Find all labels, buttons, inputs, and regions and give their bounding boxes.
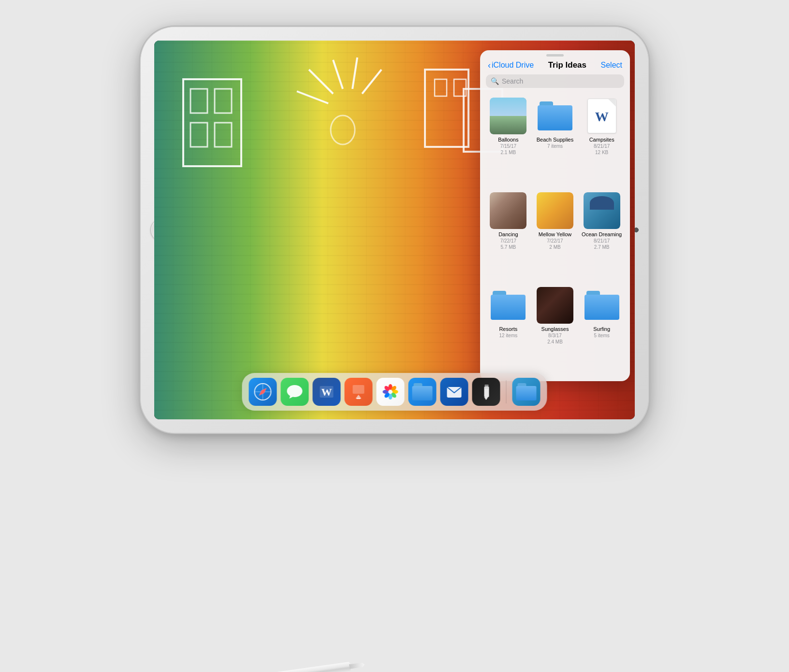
file-thumbnail [537, 287, 573, 324]
file-name: Surfing [593, 326, 610, 332]
select-button[interactable]: Select [601, 61, 622, 70]
sunglasses-photo [537, 287, 573, 324]
dock-messages[interactable] [281, 378, 309, 406]
svg-point-14 [331, 115, 355, 144]
svg-line-9 [309, 70, 333, 94]
dock-files[interactable] [409, 378, 437, 406]
search-placeholder: Search [502, 77, 523, 85]
file-name: Balloons [498, 137, 518, 143]
svg-rect-5 [425, 70, 468, 147]
folder-icon [584, 291, 619, 320]
mellow-photo [537, 192, 573, 229]
mail-icon [446, 383, 463, 400]
svg-rect-4 [215, 123, 232, 147]
file-meta: 7/22/17 2 MB [547, 238, 563, 250]
file-thumbnail [490, 287, 526, 324]
back-chevron-icon: ‹ [488, 60, 491, 71]
list-item[interactable]: Balloons 7/15/17 2.1 MB [486, 95, 531, 187]
file-meta: 7 items [547, 143, 563, 149]
file-name: Campsites [589, 137, 614, 143]
file-thumbnail [490, 98, 526, 134]
svg-rect-34 [485, 385, 489, 386]
list-item[interactable]: Surfing 5 items [579, 284, 624, 377]
app-dock: W [242, 373, 547, 411]
back-button[interactable]: ‹ iCloud Drive [488, 60, 534, 71]
dock-word[interactable]: W [313, 378, 341, 406]
svg-rect-7 [435, 79, 447, 96]
dock-keynote[interactable] [345, 378, 373, 406]
dock-pencil-app[interactable] [472, 378, 500, 406]
pencil-app-icon [478, 384, 495, 400]
file-meta: 8/21/17 12 KB [594, 143, 610, 156]
folder-icon [491, 291, 526, 320]
scene: ‹ iCloud Drive Trip Ideas Select 🔍 Searc… [104, 27, 685, 645]
balloons-photo [490, 98, 526, 134]
photos-icon [381, 383, 400, 401]
svg-rect-8 [454, 79, 466, 96]
list-item[interactable]: Ocean Dreaming 8/21/17 2.7 MB [579, 189, 624, 282]
file-meta: 5 items [594, 332, 610, 339]
file-thumbnail [490, 192, 526, 229]
files-grid: Balloons 7/15/17 2.1 MB [480, 93, 630, 381]
dock-safari[interactable] [249, 378, 277, 406]
file-thumbnail [584, 192, 620, 229]
list-item[interactable]: Mellow Yellow 7/22/17 2 MB [533, 189, 578, 282]
panel-header: ‹ iCloud Drive Trip Ideas Select [480, 58, 630, 74]
list-item[interactable]: Dancing 7/22/17 5.7 MB [486, 189, 531, 282]
panel-title: Trip Ideas [548, 60, 586, 70]
file-meta: 8/21/17 2.7 MB [594, 238, 610, 250]
file-meta: 7/22/17 5.7 MB [500, 238, 516, 250]
list-item[interactable]: W Campsites 8/21/17 12 KB [579, 95, 624, 187]
keynote-icon [350, 383, 367, 400]
svg-marker-23 [356, 395, 362, 399]
pencil-body-element [182, 658, 365, 672]
word-icon: W [318, 383, 336, 400]
svg-rect-22 [353, 385, 365, 394]
apple-pencil [182, 671, 365, 672]
file-thumbnail: W [584, 98, 620, 134]
back-label: iCloud Drive [492, 61, 534, 70]
messages-icon [286, 383, 304, 400]
folder-icon [538, 101, 572, 130]
file-name: Mellow Yellow [539, 231, 571, 238]
files-folder-icon [412, 383, 433, 400]
dock-photos[interactable] [377, 378, 405, 406]
file-name: Beach Supplies [537, 137, 573, 143]
browse-folder-icon [516, 383, 537, 400]
file-name: Sunglasses [541, 326, 569, 332]
dancing-photo [490, 192, 526, 229]
file-name: Dancing [498, 231, 518, 238]
word-letter: W [595, 109, 609, 125]
list-item[interactable]: Sunglasses 8/3/17 2.4 MB [533, 284, 578, 377]
svg-line-12 [362, 70, 381, 94]
dock-divider [506, 380, 507, 403]
svg-rect-1 [190, 89, 207, 113]
file-thumbnail [584, 287, 620, 324]
list-item[interactable]: Resorts 12 items [486, 284, 531, 377]
list-item[interactable]: Beach Supplies 7 items [533, 95, 578, 187]
pencil-tip [349, 661, 365, 669]
svg-text:W: W [321, 386, 332, 398]
svg-line-10 [333, 60, 343, 89]
ocean-photo [584, 192, 620, 229]
file-name: Resorts [499, 326, 517, 332]
file-meta: 8/3/17 2.4 MB [547, 332, 563, 345]
search-icon: 🔍 [491, 77, 499, 85]
panel-drag-handle[interactable] [546, 54, 564, 57]
search-bar[interactable]: 🔍 Search [486, 74, 624, 88]
svg-rect-3 [190, 123, 207, 147]
ipad-device: ‹ iCloud Drive Trip Ideas Select 🔍 Searc… [141, 27, 648, 433]
file-thumbnail [537, 98, 573, 134]
file-name: Ocean Dreaming [582, 231, 622, 238]
document-icon: W [587, 99, 616, 133]
svg-rect-2 [215, 89, 232, 113]
dock-mail[interactable] [440, 378, 468, 406]
dock-browse[interactable]: Browse [512, 378, 541, 406]
svg-line-13 [297, 91, 328, 103]
files-panel: ‹ iCloud Drive Trip Ideas Select 🔍 Searc… [480, 50, 630, 381]
svg-line-11 [352, 57, 357, 89]
file-meta: 12 items [499, 332, 517, 339]
ipad-screen: ‹ iCloud Drive Trip Ideas Select 🔍 Searc… [154, 41, 635, 419]
svg-marker-36 [484, 397, 488, 400]
pencil-shaft [196, 661, 351, 672]
